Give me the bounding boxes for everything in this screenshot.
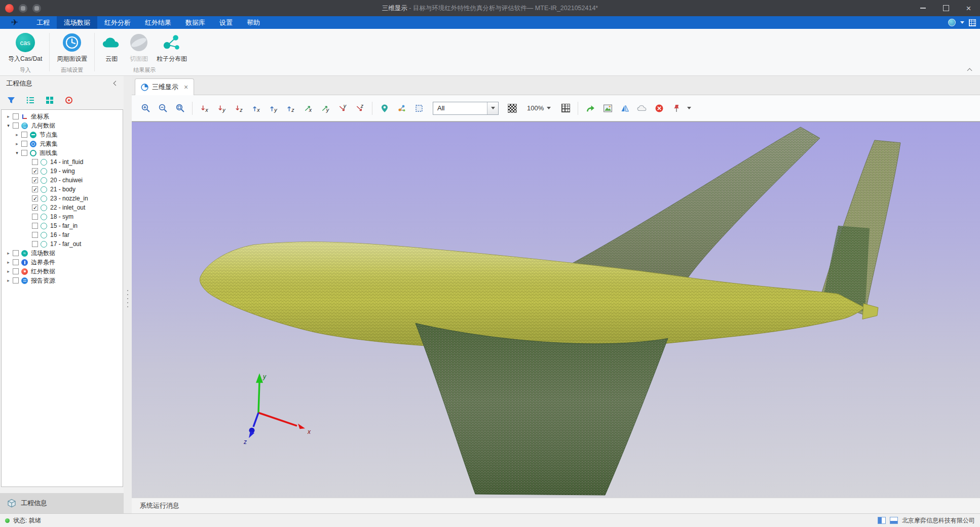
view-axis-button-4[interactable]: x [250,102,263,115]
export-button[interactable] [584,102,597,115]
tree-item-checkbox[interactable] [13,277,19,283]
tree-item-surface-far-in[interactable]: 15 - far_in [2,221,123,230]
menu-item-project[interactable]: 工程 [29,16,57,29]
viewport-3d[interactable]: y x z [132,121,980,498]
view-axis-button-6[interactable]: z [284,102,297,115]
tree-item-checkbox[interactable] [21,132,27,138]
viewport-canvas[interactable]: y x z [132,122,980,498]
tree-item-flowfield-data[interactable]: 流场数据 [2,249,123,258]
project-info-bottom-tab[interactable]: 工程信息 [0,493,132,513]
tree-item-element-set[interactable]: 元素集 [2,139,123,148]
tree-item-surface-nozzle-in[interactable]: 23 - nozzle_in [2,194,123,203]
tree-item-geometry-data[interactable]: 几何数据 [2,121,123,130]
smooth-cloud-button[interactable] [635,102,649,115]
view-axis-button-7[interactable]: x [301,102,315,115]
system-message-bar[interactable]: 系统运行消息 [132,498,980,513]
tree-item-checkbox[interactable] [32,186,38,192]
clip-dropdown-icon[interactable] [687,107,691,109]
expand-arrow-icon[interactable] [5,260,12,265]
layout-toggle-icon-2[interactable] [890,517,898,524]
tree-item-checkbox[interactable] [13,113,19,119]
box-select-button[interactable] [412,102,426,115]
tree-item-coordinate-system[interactable]: 坐标系 [2,112,123,121]
locate-pin-button[interactable] [378,102,391,115]
tree-item-checkbox[interactable] [13,259,19,265]
titlebar-quick-button-1[interactable] [19,4,27,13]
menu-item-ir-results[interactable]: 红外结果 [138,16,178,29]
tree-item-boundary-conditions[interactable]: 边界条件 [2,258,123,267]
minimize-button[interactable] [912,0,934,16]
collapse-arrow-icon[interactable] [14,150,20,155]
app-badge-icon[interactable] [5,4,14,13]
snapshot-button[interactable] [601,102,614,115]
dither-quality-button[interactable] [506,102,519,115]
menubar-circle-icon[interactable] [948,19,956,26]
tree-item-report-resources[interactable]: 报告资源 [2,276,123,285]
tree-item-checkbox[interactable] [32,241,38,247]
view-axis-button-9[interactable]: y [336,102,349,115]
zoom-in-button[interactable] [139,102,152,115]
titlebar-quick-button-2[interactable] [32,4,41,13]
view-axis-button-3[interactable]: z [233,102,246,115]
tree-item-surface-sym[interactable]: 18 - sym [2,212,123,221]
tree-item-surface-body[interactable]: 21 - body [2,185,123,194]
particle-distribution-button[interactable]: 粒子分布图 [157,33,187,63]
menu-item-flowfield-data[interactable]: 流场数据 [57,16,97,29]
panel-collapse-icon[interactable] [111,80,119,87]
periodic-face-settings-button[interactable]: 周期面设置 [57,33,87,63]
tree-item-checkbox[interactable] [13,250,19,256]
menubar-dropdown-icon[interactable] [960,21,964,24]
tree-item-surface-wing[interactable]: 19 - wing [2,167,123,176]
zoom-level-dropdown[interactable]: 100% [523,102,555,115]
import-cas-dat-button[interactable]: cas 导入Cas/Dat [8,33,42,63]
aircraft-model[interactable] [200,127,900,495]
tree-item-node-set[interactable]: 节点集 [2,130,123,139]
menu-item-database[interactable]: 数据库 [178,16,212,29]
display-filter-combobox[interactable]: All [433,102,499,115]
tree-item-infrared-data[interactable]: 红外数据 [2,267,123,276]
close-button[interactable] [957,0,980,16]
tree-item-surface-inlet-out[interactable]: 22 - inlet_out [2,203,123,212]
zoom-out-button[interactable] [156,102,169,115]
menu-item-settings[interactable]: 设置 [212,16,240,29]
list-view-icon[interactable] [25,95,35,105]
tree-item-checkbox[interactable] [21,150,27,156]
ribbon-collapse-chevron-icon[interactable] [967,67,972,72]
clip-pin-button[interactable] [670,102,683,115]
target-icon[interactable] [64,95,74,105]
expand-arrow-icon[interactable] [14,132,20,137]
tab-3d-display[interactable]: 三维显示 [135,78,194,95]
tree-item-surface-chuiwei[interactable]: 20 - chuiwei [2,176,123,185]
menu-item-ir-analysis[interactable]: 红外分析 [97,16,138,29]
tree-item-checkbox[interactable] [13,123,19,129]
tree-item-checkbox[interactable] [21,141,27,147]
menu-item-help[interactable]: 帮助 [240,16,267,29]
expand-arrow-icon[interactable] [14,141,20,146]
expand-arrow-icon[interactable] [5,278,12,283]
tree-item-checkbox[interactable] [32,195,38,201]
molecule-button[interactable] [395,102,408,115]
layout-toggle-icon-1[interactable] [878,517,886,524]
tree-item-surface-far[interactable]: 16 - far [2,230,123,239]
view-axis-button-5[interactable]: y [267,102,280,115]
section-map-button[interactable]: 切面图 [129,33,148,63]
expand-arrow-icon[interactable] [5,269,12,274]
tab-close-icon[interactable] [184,84,188,91]
grid-toggle-button[interactable] [559,102,572,115]
expand-arrow-icon[interactable] [5,114,12,119]
collapse-arrow-icon[interactable] [5,123,12,128]
zoom-fit-button[interactable] [173,102,186,115]
tree-item-checkbox[interactable] [32,223,38,229]
combo-dropdown-button[interactable] [487,102,498,114]
tree-item-checkbox[interactable] [32,168,38,174]
view-axis-button-10[interactable]: z [353,102,366,115]
tree-item-surface-far-out[interactable]: 17 - far_out [2,239,123,249]
tree-item-checkbox[interactable] [32,214,38,220]
expand-arrow-icon[interactable] [5,251,12,256]
tree-item-checkbox[interactable] [32,159,38,165]
tree-item-checkbox[interactable] [32,205,38,211]
filter-funnel-icon[interactable] [6,95,16,105]
tree-item-checkbox[interactable] [13,268,19,274]
panel-splitter[interactable] [124,76,132,513]
view-axis-button-2[interactable]: y [215,102,229,115]
